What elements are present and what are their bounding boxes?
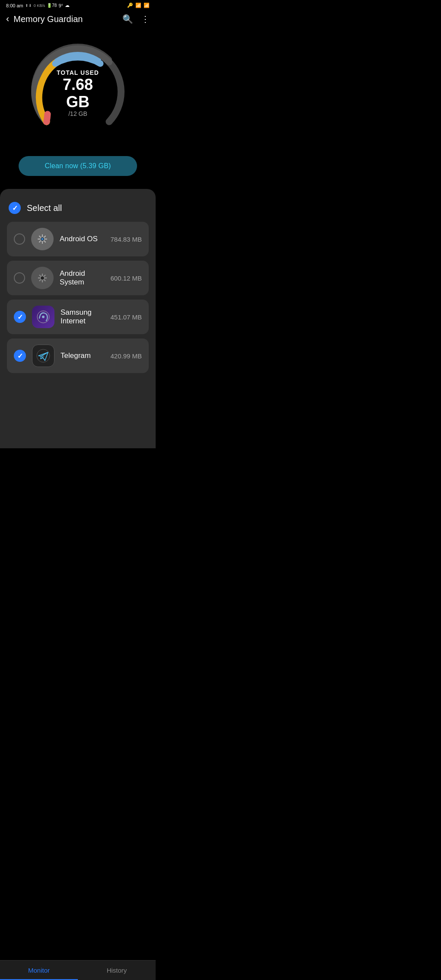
svg-point-2	[41, 238, 44, 240]
app-icon-android-os	[31, 228, 54, 250]
more-options-icon[interactable]: ⋮	[141, 14, 150, 24]
gauge-section: TOTAL USED 7.68 GB /12 GB Clean now (5.3…	[0, 30, 156, 189]
app-info-samsung-internet: SamsungInternet	[61, 308, 104, 326]
select-all-label: Select all	[27, 203, 62, 213]
status-key-icon: 🔑	[127, 3, 133, 8]
app-icon-samsung-internet	[32, 306, 54, 328]
app-info-android-system: Android System	[60, 269, 104, 287]
status-network: ⬆⬇	[25, 3, 32, 8]
checkbox-android-system[interactable]	[14, 272, 25, 284]
gauge-center: TOTAL USED 7.68 GB /12 GB	[50, 69, 106, 117]
app-item-android-os[interactable]: Android OS 784.83 MB	[7, 222, 149, 256]
gauge-total: /12 GB	[50, 110, 106, 117]
page-title: Memory Guardian	[13, 14, 122, 24]
app-item-android-system[interactable]: Android System 600.12 MB	[7, 261, 149, 295]
app-size-telegram: 420.99 MB	[110, 352, 142, 360]
app-name-android-system: Android System	[60, 269, 85, 286]
checkbox-telegram[interactable]	[14, 350, 26, 362]
status-network-speed: 0 KB/s	[34, 3, 45, 8]
app-item-telegram[interactable]: Telegram 420.99 MB	[7, 338, 149, 373]
gear-dark-icon	[35, 232, 49, 246]
status-temp: 9°	[58, 3, 63, 8]
status-right: 🔑 📶 📶	[127, 3, 150, 8]
gauge-label: TOTAL USED	[50, 69, 106, 76]
checkbox-android-os[interactable]	[14, 233, 25, 245]
app-size-android-os: 784.83 MB	[110, 236, 142, 243]
svg-point-5	[42, 316, 45, 318]
app-size-android-system: 600.12 MB	[110, 275, 142, 282]
status-left: 8:00 am ⬆⬇ 0 KB/s 🔋78 9° ☁	[6, 3, 70, 8]
select-all-checkbox[interactable]	[9, 202, 21, 214]
status-bar: 8:00 am ⬆⬇ 0 KB/s 🔋78 9° ☁ 🔑 📶 📶	[0, 0, 156, 10]
status-wifi-icon: 📶	[135, 3, 141, 8]
svg-point-3	[40, 276, 44, 280]
status-time: 8:00 am	[6, 3, 23, 8]
app-name-telegram: Telegram	[61, 351, 91, 360]
app-item-samsung-internet[interactable]: SamsungInternet 451.07 MB	[7, 300, 149, 334]
checkbox-samsung-internet[interactable]	[14, 311, 26, 323]
clean-now-button[interactable]: Clean now (5.39 GB)	[19, 156, 137, 176]
gauge-value: 7.68 GB	[50, 76, 106, 110]
samsung-internet-icon	[36, 310, 51, 324]
search-icon[interactable]: 🔍	[122, 14, 133, 24]
list-section: Select all Android OS 784.83 MB Android …	[0, 189, 156, 448]
app-icon-telegram	[32, 345, 54, 367]
gauge-container: TOTAL USED 7.68 GB /12 GB	[22, 34, 134, 147]
app-icon-android-system	[31, 267, 54, 289]
app-info-android-os: Android OS	[60, 235, 104, 243]
top-icons: 🔍 ⋮	[122, 14, 150, 24]
app-name-android-os: Android OS	[60, 235, 98, 243]
back-button[interactable]: ‹	[6, 13, 9, 25]
top-bar: ‹ Memory Guardian 🔍 ⋮	[0, 10, 156, 30]
select-all-row[interactable]: Select all	[7, 198, 149, 222]
status-cloud-icon: ☁	[65, 3, 70, 8]
app-info-telegram: Telegram	[61, 351, 104, 360]
status-signal-icon: 📶	[144, 3, 150, 8]
gear-light-icon	[36, 271, 49, 284]
telegram-icon	[36, 348, 51, 363]
app-size-samsung-internet: 451.07 MB	[110, 313, 142, 321]
app-name-samsung-internet: SamsungInternet	[61, 308, 92, 325]
status-battery: 🔋78	[47, 3, 57, 8]
